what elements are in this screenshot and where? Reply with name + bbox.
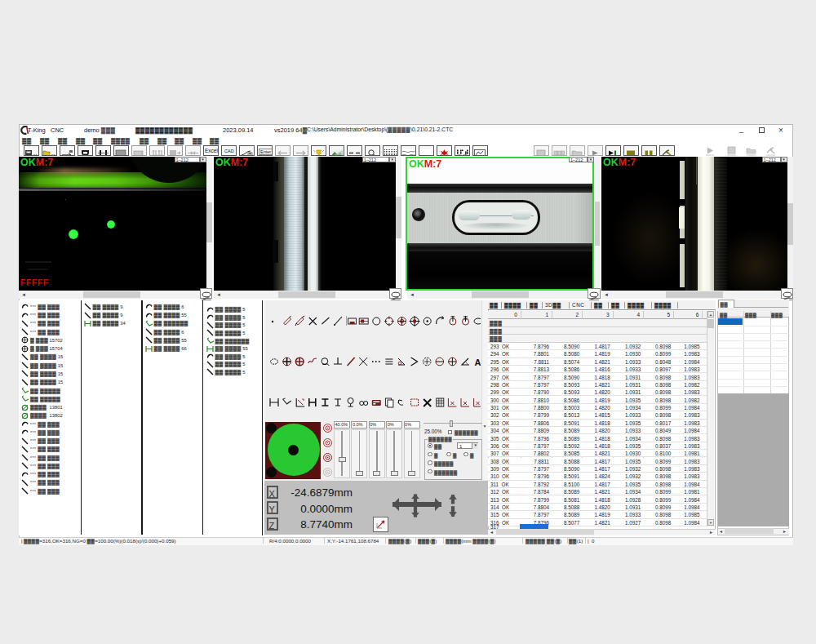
svg-text:B: B <box>249 153 251 156</box>
svg-text:Y: Y <box>269 504 276 514</box>
svg-text:A: A <box>475 358 481 367</box>
svg-text:Z: Z <box>269 521 275 531</box>
svg-text:X: X <box>269 489 276 499</box>
